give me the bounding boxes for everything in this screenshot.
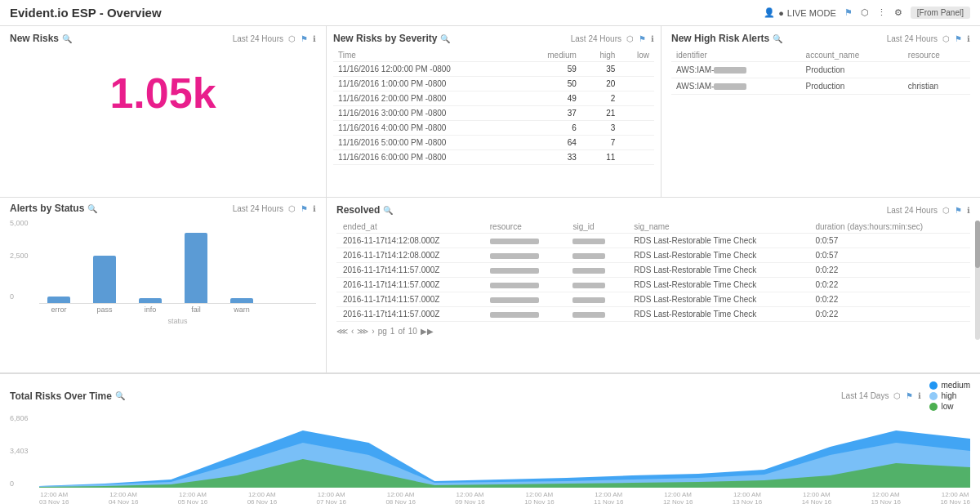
severity-header: New Risks by Severity 🔍 Last 24 Hours ⬡ … [333,33,654,44]
table-row: 11/16/2016 5:00:00 PM -0800647 [333,136,654,150]
search-icon[interactable]: 🔍 [62,34,72,43]
filter-icon[interactable]: ⚑ [906,391,913,400]
bar-warn [230,298,253,303]
export-icon[interactable]: ⬡ [893,391,901,400]
alerts-status-controls: Last 24 Hours ⬡ ⚑ ℹ [233,204,316,213]
x-label-11: 12:00 AM14 Nov 16 [802,491,831,504]
export-icon[interactable]: ⬡ [942,206,950,215]
x-label-6: 12:00 AM09 Nov 16 [455,491,484,504]
live-dot: ● [778,8,784,18]
x-label-10: 12:00 AM13 Nov 16 [733,491,762,504]
share-icon[interactable]: ⬡ [861,7,869,18]
bar-chart: error pass info fail warn status [39,219,316,325]
resolved-table: ended_at resource sig_id sig_name durati… [336,221,970,322]
total-risks-controls: Last 14 Days ⬡ ⚑ ℹ [841,391,921,400]
resolved-header: Resolved 🔍 Last 24 Hours ⬡ ⚑ ℹ [336,204,970,216]
x-label-13: 12:00 AM16 Nov 16 [940,491,969,504]
filter-icon[interactable]: ⚑ [301,34,308,43]
pagination: ⋘ ‹ ⋙ › pg 1 of 10 ▶▶ [336,327,970,336]
bar-error [47,297,70,303]
total-risks-right: Last 14 Days ⬡ ⚑ ℹ medium high low [841,381,970,411]
new-risks-title: New Risks 🔍 [10,33,72,44]
x-axis-labels: 12:00 AM03 Nov 16 12:00 AM04 Nov 16 12:0… [39,491,970,504]
high-risk-table: identifier account_name resource AWS:IAM… [671,49,970,95]
export-icon[interactable]: ⬡ [288,204,296,213]
legend-dot-low [929,403,938,411]
live-mode-label: LIVE MODE [787,8,836,18]
legend-high: high [929,391,970,400]
high-risk-header: New High Risk Alerts 🔍 Last 24 Hours ⬡ ⚑… [671,33,970,44]
bar-fail-fill [185,233,207,303]
bars-container [39,222,316,304]
col-account: account_name [801,49,903,62]
search-icon[interactable]: 🔍 [87,204,97,213]
info-icon[interactable]: ℹ [313,204,316,213]
search-icon[interactable]: 🔍 [773,34,782,43]
col-time: Time [333,49,522,62]
table-row: 11/16/2016 4:00:00 PM -080063 [333,121,654,136]
label-info: info [139,306,162,314]
col-low: low [620,49,654,62]
y-label-bot: 0 [10,479,36,488]
filter-icon[interactable]: ⚑ [955,206,962,215]
severity-controls: Last 24 Hours ⬡ ⚑ ℹ [571,34,654,43]
table-row: AWS:IAM-Productionchristian [671,78,970,95]
info-icon[interactable]: ℹ [651,34,654,43]
col-high: high [581,49,621,62]
search-icon[interactable]: 🔍 [115,391,125,400]
legend-label-medium: medium [941,381,970,390]
x-label-4: 12:00 AM07 Nov 16 [317,491,346,504]
live-mode-indicator: 👤 ● LIVE MODE [764,7,836,18]
scrollbar-thumb[interactable] [975,221,980,268]
bar-info [139,298,162,303]
svg-container: 12:00 AM03 Nov 16 12:00 AM04 Nov 16 12:0… [39,414,970,504]
col-duration: duration (days:hours:min:sec) [808,221,970,234]
y-axis-labels: 5,000 2,500 0 [10,219,39,325]
info-icon[interactable]: ℹ [967,206,970,215]
x-label-9: 12:00 AM12 Nov 16 [663,491,693,504]
col-sig-name: sig_name [627,221,808,234]
table-row: 11/16/2016 1:00:00 PM -08005020 [333,77,654,91]
panel-label: [From Panel] [911,7,970,19]
header: Evident.io ESP - Overview 👤 ● LIVE MODE … [0,0,980,26]
table-row: 2016-11-17t14:11:57.000Z RDS Last-Restor… [336,292,970,307]
bar-warn-fill [230,298,253,303]
x-label-8: 12:00 AM11 Nov 16 [594,491,623,504]
col-sig-id: sig_id [566,221,627,234]
search-icon[interactable]: 🔍 [440,34,450,43]
filter-icon[interactable]: ⚑ [639,34,646,43]
y-label-mid: 3,403 [10,447,36,455]
info-icon[interactable]: ℹ [918,391,921,400]
settings-icon[interactable]: ⚙ [894,7,902,18]
table-row: 2016-11-17t14:12:08.000Z RDS Last-Restor… [336,248,970,263]
y-axis-bottom: 6,806 3,403 0 [10,414,39,488]
info-icon[interactable]: ℹ [313,34,316,43]
x-label-12: 12:00 AM15 Nov 16 [871,491,901,504]
info-icon[interactable]: ℹ [967,34,970,43]
filter-icon[interactable]: ⚑ [301,204,308,213]
export-icon[interactable]: ⬡ [626,34,634,43]
severity-panel: New Risks by Severity 🔍 Last 24 Hours ⬡ … [327,26,662,197]
high-risk-panel: New High Risk Alerts 🔍 Last 24 Hours ⬡ ⚑… [662,26,980,197]
export-icon[interactable]: ⬡ [288,34,296,43]
filter-icon[interactable]: ⚑ [844,7,853,18]
table-row: 2016-11-17t14:11:57.000Z RDS Last-Restor… [336,307,970,322]
label-warn: warn [230,306,253,314]
scrollbar[interactable] [975,221,980,340]
filter-icon[interactable]: ⚑ [955,34,962,43]
legend-low: low [929,402,970,411]
export-icon[interactable]: ⬡ [942,34,950,43]
new-risks-header: New Risks 🔍 Last 24 Hours ⬡ ⚑ ℹ [10,33,316,44]
table-row: 11/16/2016 2:00:00 PM -0800492 [333,91,654,106]
more-icon[interactable]: ⋮ [877,7,886,18]
severity-title: New Risks by Severity 🔍 [333,33,450,44]
search-icon[interactable]: 🔍 [383,206,393,215]
bar-error-fill [47,297,70,303]
bar-info-fill [139,298,162,303]
x-label-2: 12:00 AM05 Nov 16 [178,491,207,504]
col-ended-at: ended_at [336,221,483,234]
bar-chart-container: 5,000 2,500 0 [10,219,316,325]
alerts-status-title: Alerts by Status 🔍 [10,203,97,214]
col-medium: medium [522,49,581,62]
next-page-btn[interactable]: ▶▶ [421,327,434,336]
